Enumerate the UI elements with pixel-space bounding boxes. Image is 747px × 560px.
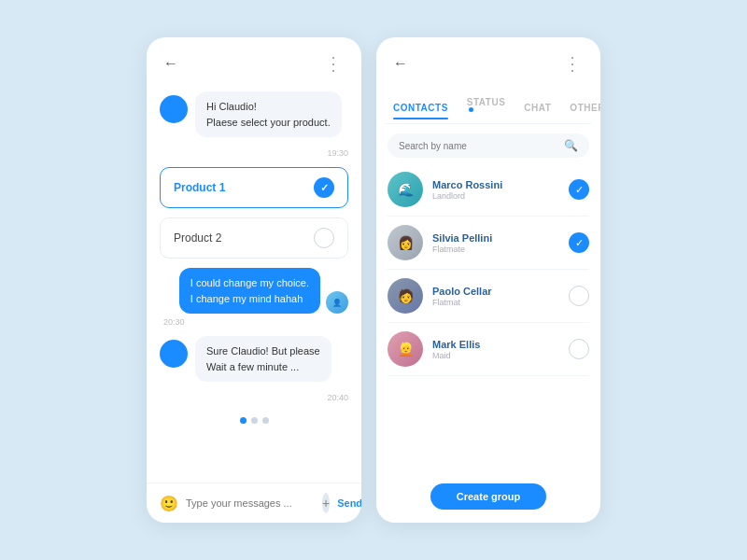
message-time-2: 20:30 [163,317,185,327]
contact-avatar-marco: 🌊 [388,172,423,207]
received-bubble-2: Sure Claudio! But pleaseWait a few minut… [195,336,331,382]
send-button[interactable]: Send [337,497,361,509]
contact-row-silvia[interactable]: 👩 Silvia Pellini Flatmate ✓ [388,217,589,270]
tab-contacts[interactable]: CONTACTS [386,97,456,119]
chat-input-row: 🙂 + Send [147,483,361,523]
product-1-label: Product 1 [174,181,225,194]
product-2-circle [314,228,334,248]
chat-panel: ← ⋮ Hi Claudio!Plaese select your produc… [147,37,361,523]
sent-bubble: I could change my choice.I change my min… [179,268,320,314]
contact-name-paolo: Paolo Cellar [432,286,559,297]
bot-avatar [160,95,188,123]
contact-check-silvia[interactable]: ✓ [569,232,589,253]
search-icon: 🔍 [564,139,578,152]
message-time-3: 20:40 [160,393,348,402]
contact-sub-mark: Maid [432,351,559,360]
tab-status[interactable]: STATUS [459,91,514,123]
contact-sub-silvia: Flatmate [432,245,559,254]
more-menu-button[interactable]: ⋮ [324,52,345,75]
contacts-panel: ← ⋮ CONTACTS STATUS CHAT OTHERS 🔍 🌊 Marc… [376,37,600,523]
contact-sub-paolo: Flatmat [432,298,559,307]
contact-check-mark[interactable] [569,339,589,359]
user-avatar-small: 👤 [326,291,348,314]
contact-info-paolo: Paolo Cellar Flatmat [432,286,559,307]
right-more-menu-button[interactable]: ⋮ [563,52,584,75]
emoji-button[interactable]: 🙂 [160,495,178,512]
tab-chat[interactable]: CHAT [516,97,558,119]
create-group-row: Create group [376,474,600,523]
contact-row-paolo[interactable]: 🧑 Paolo Cellar Flatmat [388,270,589,323]
left-header: ← ⋮ [147,37,361,84]
search-row: 🔍 [388,133,589,158]
received-message-row-2: Sure Claudio! But pleaseWait a few minut… [160,336,348,382]
right-back-button[interactable]: ← [393,55,408,72]
product-1-option[interactable]: Product 1 ✓ [160,167,348,208]
dot-2 [251,417,258,424]
message-input[interactable] [186,497,315,509]
contact-info-marco: Marco Rossini Landlord [432,179,559,201]
received-bubble: Hi Claudio!Plaese select your product. [195,91,342,137]
contact-row-marco[interactable]: 🌊 Marco Rossini Landlord ✓ [388,163,589,217]
product-2-option[interactable]: Product 2 [160,217,348,259]
contact-name-marco: Marco Rossini [432,179,559,190]
contacts-list: 🌊 Marco Rossini Landlord ✓ 👩 Silvia Pell… [376,163,600,474]
tab-others[interactable]: OTHERS [562,97,600,119]
dot-3 [262,417,269,424]
dot-1 [240,417,247,424]
tabs-divider [386,123,591,124]
contact-info-silvia: Silvia Pellini Flatmate [432,232,559,254]
contact-name-mark: Mark Ellis [432,339,559,350]
contact-info-mark: Mark Ellis Maid [432,339,559,360]
product-2-label: Product 2 [174,231,221,245]
message-time-1: 19:30 [160,148,348,158]
contact-check-paolo[interactable] [569,286,589,306]
contact-check-marco[interactable]: ✓ [569,179,589,200]
right-header: ← ⋮ [376,37,600,84]
contact-avatar-silvia: 👩 [388,225,423,260]
product-1-check: ✓ [314,177,334,198]
sent-message-row: I could change my choice.I change my min… [160,268,348,314]
status-badge-dot [469,107,473,112]
chat-body: Hi Claudio!Plaese select your product. 1… [147,84,361,483]
contact-name-silvia: Silvia Pellini [432,232,559,244]
back-button[interactable]: ← [163,55,178,72]
tabs-row: CONTACTS STATUS CHAT OTHERS [376,84,600,123]
pagination-dots [160,412,348,429]
received-message-row: Hi Claudio!Plaese select your product. [160,91,348,137]
contact-row-mark[interactable]: 👱 Mark Ellis Maid [388,323,589,376]
create-group-button[interactable]: Create group [430,483,546,510]
contact-avatar-paolo: 🧑 [388,278,423,314]
bot-avatar-2 [160,340,188,368]
add-attachment-button[interactable]: + [322,493,330,513]
search-input[interactable] [399,141,558,151]
contact-avatar-mark: 👱 [388,331,423,367]
contact-sub-marco: Landlord [432,191,559,201]
